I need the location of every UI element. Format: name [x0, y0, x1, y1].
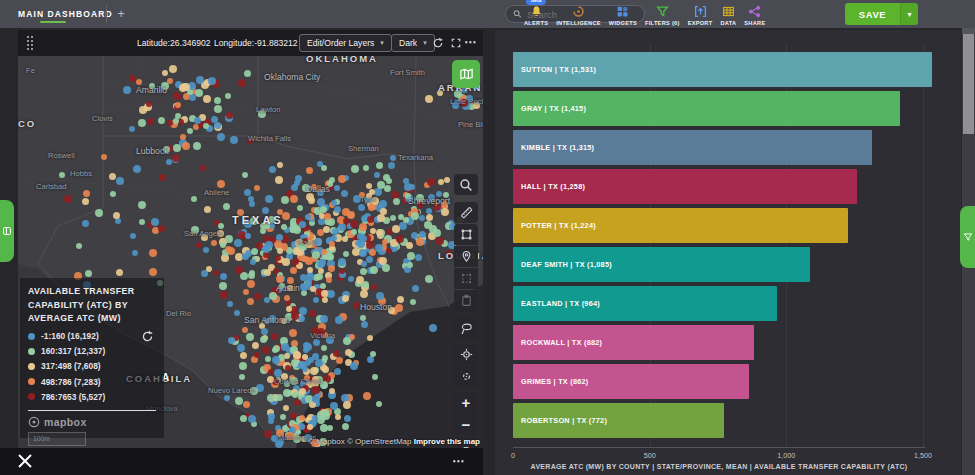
left-panel-toggle-tab[interactable]: [0, 200, 14, 262]
bar-eastland-tx[interactable]: EASTLAND | TX (964): [513, 286, 777, 321]
bar-gray-tx[interactable]: GRAY | TX (1,415): [513, 91, 900, 126]
map-label-dallas: Dallas: [306, 184, 330, 194]
map-label-clovis: Clovis: [92, 114, 113, 123]
map-toolbar: Latitude:26.346902 Longitude:-91.883212 …: [18, 30, 483, 56]
mapbox-attribution-link[interactable]: © Mapbox: [308, 437, 345, 446]
bar-hall-tx[interactable]: HALL | TX (1,258): [513, 169, 857, 204]
bar-row: SUTTON | TX (1,531): [513, 52, 932, 87]
osm-attribution-link[interactable]: © OpenStreetMap: [347, 437, 412, 446]
legend-item[interactable]: -1:160 (16,192): [28, 331, 156, 341]
export-icon: [694, 5, 707, 18]
ruler-icon[interactable]: [454, 202, 478, 223]
chart-x-axis: [513, 447, 925, 448]
bar-row: GRAY | TX (1,415): [513, 91, 900, 126]
scrollbar-thumb[interactable]: [963, 34, 974, 134]
beta-badge: beta: [526, 0, 546, 5]
bar-row: KIMBLE | TX (1,315): [513, 130, 872, 165]
legend-color-dot: [28, 363, 35, 370]
legend-color-dot: [28, 378, 35, 385]
bar-row: POTTER | TX (1,224): [513, 208, 848, 243]
bar-robertson-tx[interactable]: ROBERTSON | TX (772): [513, 403, 724, 438]
bar-label: ROCKWALL | TX (882): [521, 338, 602, 347]
recenter-icon[interactable]: [454, 366, 478, 387]
refresh-icon[interactable]: [430, 35, 446, 51]
legend-divider: [28, 410, 156, 411]
tab-active-underline: [40, 21, 66, 23]
bar-label: EASTLAND | TX (964): [521, 299, 600, 308]
map-label-shreveport: Shreveport: [408, 196, 450, 206]
map-footer-bar: ⋯: [0, 448, 483, 475]
save-button[interactable]: SAVE: [845, 3, 900, 25]
draw-rect-icon[interactable]: [454, 224, 478, 245]
map-label-oklahoma: OKLAHOMA: [306, 56, 378, 64]
intelligence-button[interactable]: INTELLIGENCE: [556, 0, 601, 26]
map-label-san-antonio: San Antonio: [244, 315, 290, 325]
intelligence-icon: [572, 5, 585, 18]
locate-icon[interactable]: [454, 344, 478, 365]
map-label-waco: Waco: [296, 238, 315, 247]
bar-kimble-tx[interactable]: KIMBLE | TX (1,315): [513, 130, 872, 165]
chevron-down-icon: ▾: [423, 39, 427, 47]
latitude-readout: Latitude:26.346902: [137, 38, 211, 48]
clipboard-icon[interactable]: [454, 290, 478, 311]
bar-label: KIMBLE | TX (1,315): [521, 143, 594, 152]
data-button[interactable]: DATA: [720, 0, 736, 26]
bar-grimes-tx[interactable]: GRIMES | TX (862): [513, 364, 749, 399]
lasso-icon[interactable]: [454, 318, 478, 339]
share-button[interactable]: SHARE: [744, 0, 765, 26]
tab-main-dashboard[interactable]: MAIN DASHBOARD: [18, 0, 113, 28]
data-icon: [722, 5, 735, 18]
drag-handle-icon[interactable]: [27, 36, 34, 51]
legend-item[interactable]: 317:498 (7,608): [28, 361, 156, 371]
x-tick-label: 0: [511, 451, 515, 460]
widgets-icon: [616, 5, 629, 18]
alerts-button[interactable]: betaALERTS: [524, 0, 548, 26]
edit-order-layers-dropdown[interactable]: Edit/Order Layers ▾: [299, 34, 392, 52]
filters-icon: [656, 5, 669, 18]
mapbox-logo[interactable]: mapbox: [28, 416, 156, 428]
improve-map-link[interactable]: Improve this map: [414, 437, 480, 446]
widgets-label: WIDGETS: [609, 20, 637, 26]
legend-item[interactable]: 498:786 (7,283): [28, 377, 156, 387]
zoom-in-icon[interactable]: +: [454, 392, 478, 413]
close-icon[interactable]: [16, 453, 34, 471]
map-label-wichita-falls: Wichita Falls: [248, 134, 291, 143]
legend-refresh-icon[interactable]: [141, 330, 154, 346]
map-label-texarkana: Texarkana: [398, 153, 433, 162]
zoom-out-icon[interactable]: −: [454, 414, 478, 435]
bar-potter-tx[interactable]: POTTER | TX (1,224): [513, 208, 848, 243]
widgets-button[interactable]: WIDGETS: [609, 0, 637, 26]
map-scale-bar: 100m: [28, 432, 86, 446]
top-bar: MAIN DASHBOARD + betaALERTSINTELLIGENCEW…: [0, 0, 975, 28]
mapbox-logo-icon: [28, 416, 40, 428]
map-canvas[interactable]: FeOKLAHOMAOklahoma CityFort SmithARKANSA…: [18, 56, 483, 448]
map-label-texas: TEXAS: [232, 214, 284, 226]
filters-panel-toggle-tab[interactable]: [960, 206, 975, 268]
map-style-dropdown[interactable]: Dark ▾: [391, 34, 435, 52]
add-dashboard-tab-button[interactable]: +: [111, 2, 131, 24]
search-icon[interactable]: [454, 174, 478, 195]
legend-item[interactable]: 160:317 (12,337): [28, 346, 156, 356]
x-tick-label: 1,000: [777, 451, 795, 460]
filters-button[interactable]: FILTERS (6): [645, 0, 680, 26]
map-label-houston: Houston: [360, 302, 392, 312]
legend-color-dot: [28, 393, 35, 400]
bar-label: DEAF SMITH | TX (1,085): [521, 260, 612, 269]
bar-label: SUTTON | TX (1,531): [521, 65, 596, 74]
map-label-amarillo: Amarillo: [136, 85, 167, 95]
longitude-readout: Longitude:-91.883212: [214, 38, 298, 48]
map-label-lubbock: Lubbock: [136, 146, 169, 156]
bar-sutton-tx[interactable]: SUTTON | TX (1,531): [513, 52, 932, 87]
export-button[interactable]: EXPORT: [688, 0, 713, 26]
footer-more-options-icon[interactable]: ⋯: [452, 454, 465, 468]
bar-label: POTTER | TX (1,224): [521, 221, 596, 230]
legend-item[interactable]: 786:7653 (5,527): [28, 392, 156, 402]
point-icon[interactable]: [454, 246, 478, 267]
bar-deaf-smith-tx[interactable]: DEAF SMITH | TX (1,085): [513, 247, 810, 282]
polygon-icon[interactable]: [454, 268, 478, 289]
bar-row: HALL | TX (1,258): [513, 169, 857, 204]
fullscreen-icon[interactable]: [448, 35, 464, 51]
save-dropdown-button[interactable]: ▾: [900, 3, 918, 25]
map-more-options-icon[interactable]: ⋯: [464, 35, 477, 49]
bar-rockwall-tx[interactable]: ROCKWALL | TX (882): [513, 325, 754, 360]
